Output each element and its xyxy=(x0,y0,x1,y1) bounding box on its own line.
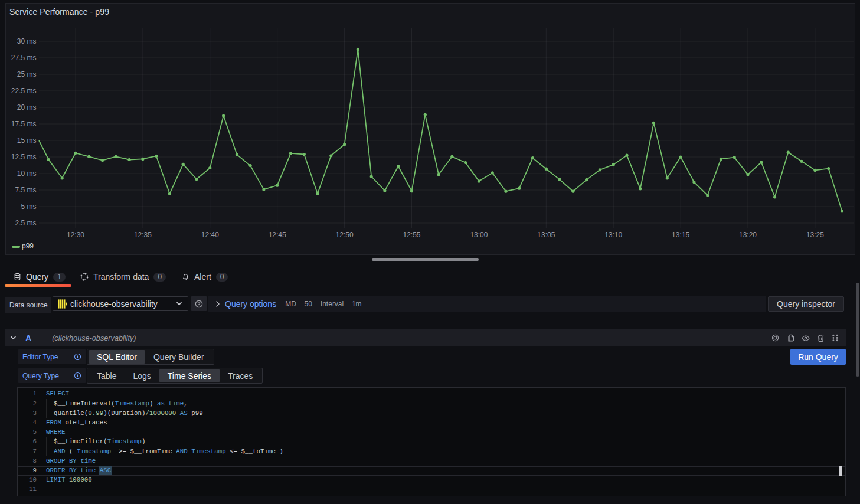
svg-text:12:40: 12:40 xyxy=(201,231,219,239)
svg-text:13:05: 13:05 xyxy=(537,231,555,239)
svg-text:20 ms: 20 ms xyxy=(17,103,37,112)
svg-text:13:15: 13:15 xyxy=(672,231,689,239)
svg-text:17.5 ms: 17.5 ms xyxy=(11,120,37,128)
svg-text:13:00: 13:00 xyxy=(470,231,488,239)
svg-text:30 ms: 30 ms xyxy=(17,37,37,45)
svg-text:12:35: 12:35 xyxy=(134,231,152,239)
svg-text:13:20: 13:20 xyxy=(739,231,757,239)
svg-text:22.5 ms: 22.5 ms xyxy=(11,87,37,95)
svg-text:13:10: 13:10 xyxy=(604,231,622,239)
svg-text:2.5 ms: 2.5 ms xyxy=(15,219,36,227)
svg-text:7.5 ms: 7.5 ms xyxy=(15,186,36,194)
svg-text:10 ms: 10 ms xyxy=(17,169,37,178)
svg-text:12:30: 12:30 xyxy=(67,231,84,239)
svg-text:12:45: 12:45 xyxy=(269,231,286,239)
svg-text:13:25: 13:25 xyxy=(806,231,824,239)
svg-text:12:55: 12:55 xyxy=(403,231,420,239)
svg-text:27.5 ms: 27.5 ms xyxy=(11,54,37,62)
svg-text:12:50: 12:50 xyxy=(336,231,354,239)
svg-text:25 ms: 25 ms xyxy=(17,70,37,78)
svg-text:5 ms: 5 ms xyxy=(21,202,36,211)
svg-text:12.5 ms: 12.5 ms xyxy=(11,153,37,161)
svg-text:15 ms: 15 ms xyxy=(17,136,37,145)
